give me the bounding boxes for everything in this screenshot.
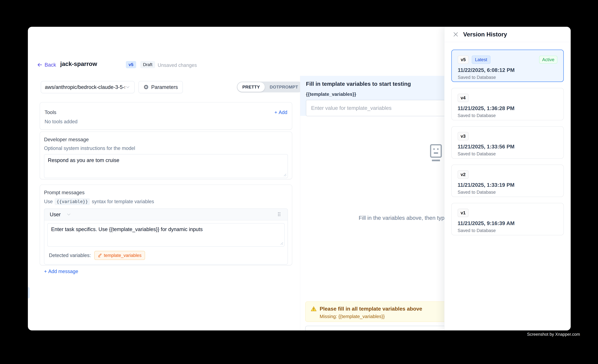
version-number-badge: v2	[458, 170, 469, 179]
version-timestamp: 11/21/2025, 1:33:56 PM	[458, 144, 557, 150]
version-history-title: Version History	[463, 31, 507, 38]
detected-variables-label: Detected variables:	[49, 253, 91, 258]
parameters-button[interactable]: ⚙ Parameters	[139, 81, 183, 93]
version-badge: v5	[126, 61, 136, 68]
version-number-badge: v1	[458, 209, 469, 217]
parameters-label: Parameters	[151, 84, 178, 90]
version-saved-text: Saved to Database	[458, 228, 557, 233]
warning-title: Please fill in all template variables ab…	[320, 306, 422, 312]
back-label: Back	[45, 62, 56, 68]
toggle-option-dotprompt[interactable]: DOTPROMPT	[265, 82, 303, 92]
scroll-indicator[interactable]	[28, 287, 30, 298]
page-title: jack-sparrow	[60, 60, 97, 67]
version-timestamp: 11/22/2025, 6:08:12 PM	[458, 67, 557, 73]
developer-message-card: Developer message Optional system instru…	[40, 132, 292, 179]
version-card-v2[interactable]: v2 11/21/2025, 1:33:19 PM Saved to Datab…	[451, 165, 564, 197]
format-toggle: PRETTY DOTPROMPT	[237, 82, 304, 92]
back-button[interactable]: Back	[37, 62, 56, 68]
plus-icon: +	[44, 269, 47, 274]
message-role-row: User	[44, 209, 288, 221]
app-window: Back jack-sparrow v5 Draft Unsaved chang…	[28, 27, 571, 331]
latest-badge: Latest	[472, 56, 490, 64]
add-message-button[interactable]: + Add message	[44, 269, 288, 274]
developer-message-label: Developer message	[44, 137, 288, 142]
version-number-badge: v5	[458, 56, 469, 64]
xnapper-watermark: Screenshot by Xnapper.com	[527, 332, 580, 337]
prompt-messages-hint: Use {{variable}} syntax for template var…	[44, 198, 288, 205]
prompt-messages-label: Prompt messages	[44, 190, 288, 195]
user-message-input[interactable]: Enter task specifics. Use {{template_var…	[47, 223, 285, 247]
arrow-left-icon	[37, 62, 43, 68]
version-saved-text: Saved to Database	[458, 151, 557, 157]
plus-icon: +	[274, 109, 277, 115]
version-saved-text: Saved to Database	[458, 75, 557, 80]
version-saved-text: Saved to Database	[458, 113, 557, 118]
version-number-badge: v4	[458, 94, 469, 102]
version-card-v3[interactable]: v3 11/21/2025, 1:33:56 PM Saved to Datab…	[451, 126, 564, 159]
developer-message-subtitle: Optional system instructions for the mod…	[44, 145, 288, 151]
gear-icon: ⚙	[143, 84, 149, 90]
tools-label: Tools	[45, 109, 56, 115]
model-select[interactable]: aws/anthropic/bedrock-claude-3-5-s...	[41, 81, 134, 93]
chevron-down-icon	[66, 212, 72, 217]
empty-state-text: Fill in the variables above, then typ	[359, 215, 444, 221]
version-list: v5 Latest Active 11/22/2025, 6:08:12 PM …	[444, 42, 571, 243]
version-history-panel: Version History v5 Latest Active 11/22/2…	[444, 27, 571, 331]
drag-handle-icon[interactable]	[276, 211, 282, 218]
close-icon[interactable]	[453, 31, 459, 38]
tools-card: Tools + Add No tools added	[40, 102, 292, 130]
add-tool-button[interactable]: + Add	[274, 109, 287, 115]
developer-message-input[interactable]: Respond as you are tom cruise	[44, 154, 288, 178]
prompt-messages-card: Prompt messages Use {{variable}} syntax …	[40, 185, 292, 265]
detected-variables-row: Detected variables: template_variables	[47, 251, 285, 261]
version-timestamp: 11/21/2025, 9:16:39 AM	[458, 220, 557, 226]
version-timestamp: 11/21/2025, 1:36:28 PM	[458, 105, 557, 111]
version-card-v4[interactable]: v4 11/21/2025, 1:36:28 PM Saved to Datab…	[451, 88, 564, 120]
warning-triangle-icon	[311, 306, 317, 312]
active-status-badge: Active	[539, 56, 557, 64]
unsaved-changes-text: Unsaved changes	[158, 62, 197, 68]
version-card-v1[interactable]: v1 11/21/2025, 9:16:39 AM Saved to Datab…	[451, 203, 564, 235]
tools-empty-text: No tools added	[45, 119, 287, 124]
version-card-v5[interactable]: v5 Latest Active 11/22/2025, 6:08:12 PM …	[451, 50, 564, 82]
chevron-down-icon	[125, 84, 131, 90]
pencil-icon	[98, 253, 102, 257]
model-select-value: aws/anthropic/bedrock-claude-3-5-s...	[45, 84, 125, 90]
variable-syntax-chip: {{variable}}	[55, 198, 90, 205]
bot-icon	[427, 143, 444, 163]
role-select[interactable]: User	[50, 212, 61, 217]
message-block: User	[44, 208, 288, 265]
toggle-option-pretty[interactable]: PRETTY	[237, 82, 265, 92]
draft-badge: Draft	[140, 61, 155, 68]
template-variable-chip[interactable]: template_variables	[94, 251, 145, 260]
version-saved-text: Saved to Database	[458, 190, 557, 195]
version-number-badge: v3	[458, 132, 469, 141]
version-timestamp: 11/21/2025, 1:33:19 PM	[458, 182, 557, 188]
